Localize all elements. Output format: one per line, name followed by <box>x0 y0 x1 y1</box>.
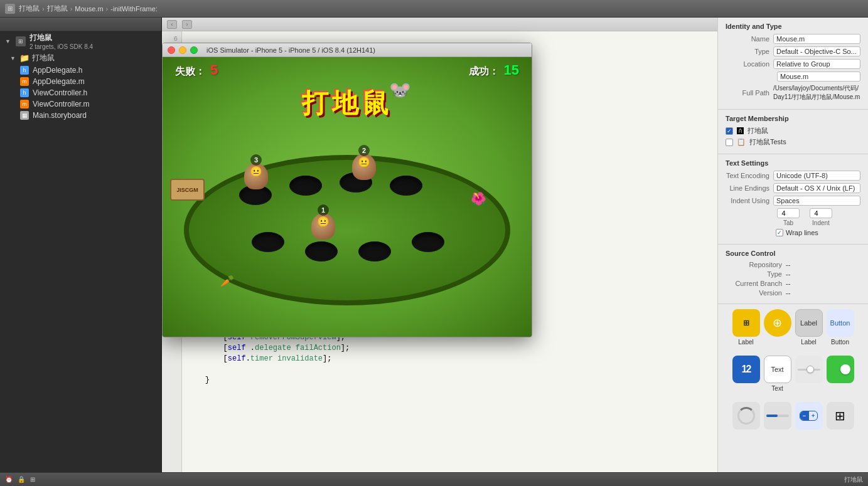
success-score: 成功： 15 <box>469 62 519 78</box>
status-bar: ⏰ 🔒 ⊞ 打地鼠 <box>0 472 868 486</box>
file-label: AppDelegate.m <box>33 77 85 86</box>
flower-decoration: 🌺 <box>471 191 486 206</box>
sidebar-item-appdelegate-h[interactable]: h AppDelegate.h <box>0 65 161 76</box>
game-field[interactable]: JISCGM <box>163 124 532 337</box>
folder-icon: 📁 <box>19 53 29 63</box>
widget-button[interactable]: Button <box>827 309 854 337</box>
simulator-overlay: iOS Simulator - iPhone 5 - iPhone 5 / iO… <box>162 43 532 337</box>
minimize-button[interactable] <box>179 46 186 54</box>
game-mascot: 🐭 <box>389 80 411 100</box>
wrap-checkbox[interactable]: ✓ <box>776 229 783 236</box>
widget-label-item[interactable]: ⊞ <box>732 309 760 337</box>
right-panel: Identity and Type Name Mouse.m Type Defa… <box>717 18 868 472</box>
encoding-label: Text Encoding <box>726 172 769 179</box>
widget-label-label: Label <box>732 339 760 346</box>
game-sign: JISCGM <box>170 179 205 201</box>
mole-number-2: 2 <box>358 145 370 156</box>
version-value: -- <box>786 289 790 297</box>
tm-item-2[interactable]: 📋 打地鼠Tests <box>726 137 860 147</box>
game-title-area: 打地鼠 🐭 <box>163 83 532 124</box>
project-name: 打地鼠 <box>29 33 93 43</box>
tm-checkbox-2[interactable] <box>726 139 733 146</box>
sidebar-item-appdelegate-m[interactable]: m AppDelegate.m <box>0 76 161 87</box>
type-label: Type <box>726 48 769 55</box>
location-value[interactable]: Relative to Group <box>773 59 860 69</box>
indent-using-value[interactable]: Spaces <box>773 196 860 206</box>
nav-fwd-btn[interactable]: › <box>182 20 192 29</box>
h-icon: h <box>20 66 29 75</box>
encoding-value[interactable]: Unicode (UTF-8) <box>773 171 860 181</box>
identity-type-section: Identity and Type Name Mouse.m Type Defa… <box>718 18 868 110</box>
widget-toggle[interactable] <box>827 356 854 383</box>
nav-back-btn[interactable]: ‹ <box>167 20 177 29</box>
mole-2[interactable]: 2 😐 <box>352 154 376 180</box>
close-button[interactable] <box>168 46 175 54</box>
version-label: Version <box>726 289 782 297</box>
mole-body-3: 😐 <box>311 213 335 240</box>
widget-text-label-label: Label <box>795 339 823 346</box>
hole-2 <box>289 176 322 196</box>
tab-value[interactable] <box>777 208 800 218</box>
name-value[interactable]: Mouse.m <box>773 34 860 44</box>
widget-yellow-circle[interactable]: ⊕ <box>764 309 791 337</box>
tm-item-1[interactable]: ✓ 🅰 打地鼠 <box>726 126 860 135</box>
widget-grid-row3: − + ⊞ <box>718 397 868 435</box>
status-app: 打地鼠 <box>844 475 863 484</box>
text-settings-title: Text Settings <box>726 159 860 167</box>
sc-type-label: Type <box>726 270 782 278</box>
location-row: Location Relative to Group <box>726 59 860 69</box>
type-value[interactable]: Default - Objective-C So... <box>773 46 860 56</box>
m-icon: m <box>20 77 29 86</box>
name-row: Name Mouse.m <box>726 34 860 44</box>
hole-7 <box>358 241 391 261</box>
tm-label-2: 打地鼠Tests <box>749 137 786 147</box>
fullpath-row: Full Path /Users/layjoy/Documents/代码/Day… <box>726 84 860 102</box>
top-bar: ⊞ 打地鼠 › 打地鼠 › Mouse.m › -initWithFrame: <box>0 0 868 18</box>
storyboard-icon: ▦ <box>20 111 29 120</box>
sidebar-header <box>0 18 161 31</box>
status-time: ⏰ <box>5 476 13 483</box>
status-grid: ⊞ <box>30 476 35 483</box>
editor-header: ‹ › <box>162 18 717 31</box>
sidebar-item-viewcontroller-m[interactable]: m ViewController.m <box>0 98 161 110</box>
game-bg: 失败： 5 成功： 15 打地鼠 <box>163 57 532 337</box>
file-label: AppDelegate.h <box>33 66 82 75</box>
tm-checkbox-1[interactable]: ✓ <box>726 127 733 135</box>
target-membership-section: Target Membership ✓ 🅰 打地鼠 📋 打地鼠Tests <box>718 110 868 154</box>
widget-grid-row2: 12 Text Text <box>718 351 868 397</box>
sidebar-item-project[interactable]: ▼ ⊞ 打地鼠 2 targets, iOS SDK 8.4 <box>0 31 161 51</box>
sidebar-item-viewcontroller-h[interactable]: h ViewController.h <box>0 87 161 98</box>
widget-extra[interactable]: ⊞ <box>827 402 854 430</box>
hole-8 <box>412 232 444 252</box>
text-settings-section: Text Settings Text Encoding Unicode (UTF… <box>718 154 868 245</box>
repo-label: Repository <box>726 261 782 268</box>
widget-slider[interactable] <box>795 356 823 383</box>
widget-text[interactable]: Text <box>764 356 791 383</box>
mole-number-1: 3 <box>250 154 262 166</box>
fail-label: 失败： <box>175 65 205 78</box>
indent-value[interactable] <box>810 208 832 218</box>
branch-row: Current Branch -- <box>726 280 860 287</box>
tm-icon-1: 🅰 <box>737 127 744 135</box>
type-row: Type Default - Objective-C So... <box>726 46 860 56</box>
location-sub-row: Mouse.m <box>726 71 860 82</box>
spinner <box>737 407 755 425</box>
widget-segmented[interactable]: − + <box>795 402 823 430</box>
mole-1[interactable]: 3 😐 <box>244 163 268 189</box>
file-label: Main.storyboard <box>33 111 87 120</box>
location-sub-value: Mouse.m <box>777 71 860 82</box>
widget-progress[interactable] <box>764 402 791 430</box>
maximize-button[interactable] <box>190 46 198 54</box>
mole-3[interactable]: 1 😐 <box>311 213 335 240</box>
mole-body-2: 😐 <box>352 154 376 180</box>
line-endings-label: Line Endings <box>726 184 769 192</box>
line-endings-value[interactable]: Default - OS X / Unix (LF) <box>773 183 860 193</box>
widget-activity-indicator[interactable] <box>732 402 760 430</box>
success-value: 15 <box>504 62 519 78</box>
sidebar-group[interactable]: ▼ 📁 打地鼠 <box>0 51 161 65</box>
widget-12[interactable]: 12 <box>732 356 760 383</box>
sidebar-item-main-storyboard[interactable]: ▦ Main.storyboard <box>0 110 161 121</box>
h-icon: h <box>20 88 29 97</box>
breadcrumb-group: 打地鼠 <box>47 4 68 13</box>
widget-text-label[interactable]: Label <box>795 309 823 337</box>
